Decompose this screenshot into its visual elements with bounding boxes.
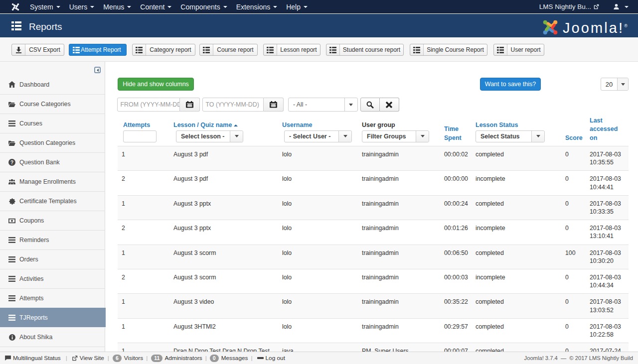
svg-text:?: ? bbox=[10, 160, 13, 165]
